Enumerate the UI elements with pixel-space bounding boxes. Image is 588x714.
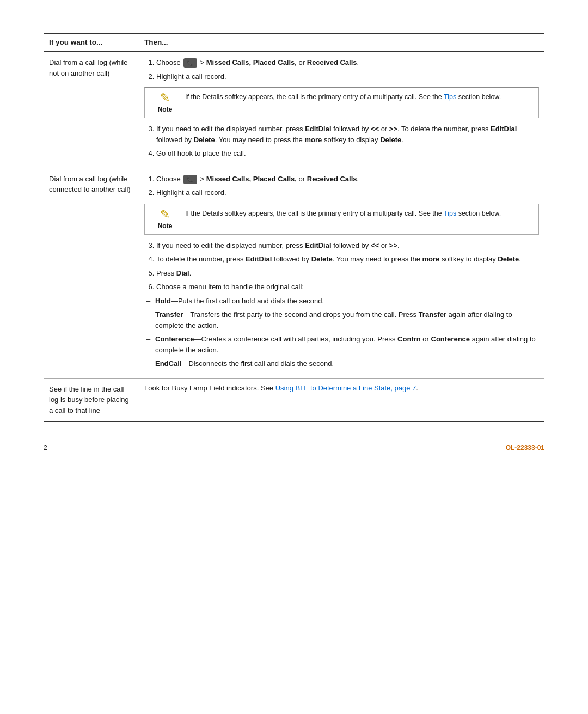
pencil-icon-2: ✎: [160, 209, 170, 221]
step-2-1: Choose 📞 > Missed Calls, Placed Calls, o…: [156, 174, 539, 185]
list-item: Hold—Puts the first call on hold and dia…: [144, 296, 539, 307]
list-item: Transfer—Transfers the first party to th…: [144, 309, 539, 331]
right-cell-row2: Choose 📞 > Missed Calls, Placed Calls, o…: [139, 168, 544, 378]
note-box-row2: ✎ Note If the Details softkey appears, t…: [144, 204, 539, 235]
step-2-3: If you need to edit the displayed number…: [156, 240, 539, 251]
right-cell-row1: Choose 📞 > Missed Calls, Placed Calls, o…: [139, 51, 544, 168]
row1-left-text: Dial from a call log (while not on anoth…: [49, 58, 128, 77]
row2-left-text: Dial from a call log (while connected to…: [49, 175, 131, 194]
left-cell-row1: Dial from a call log (while not on anoth…: [44, 51, 139, 168]
footer-page-number: 2: [44, 444, 47, 451]
note-label-2: Note: [158, 222, 173, 230]
blf-link[interactable]: Using BLF to Determine a Line State, pag…: [275, 384, 416, 392]
list-item: EndCall—Disconnects the first call and d…: [144, 358, 539, 369]
note-text-row1: If the Details softkey appears, the call…: [185, 92, 532, 102]
step-2-2: Highlight a call record.: [156, 187, 539, 198]
bullet-list: Hold—Puts the first call on hold and dia…: [144, 296, 539, 369]
table-row: Dial from a call log (while not on anoth…: [44, 51, 544, 168]
table-row: See if the line in the call log is busy …: [44, 378, 544, 422]
step-2-6: Choose a menu item to handle the origina…: [156, 282, 539, 292]
step-1-3: If you need to edit the displayed number…: [156, 124, 539, 145]
note-box-row1: ✎ Note If the Details softkey appears, t…: [144, 87, 539, 118]
main-table: If you want to... Then... Dial from a ca…: [44, 33, 544, 422]
left-cell-row3: See if the line in the call log is busy …: [44, 378, 139, 422]
phone-icon: 📞: [183, 58, 197, 68]
row3-left-text: See if the line in the call log is busy …: [49, 385, 129, 414]
note-icon-area-2: ✎ Note: [151, 209, 179, 230]
list-item: Conference—Creates a conference call wit…: [144, 334, 539, 355]
pencil-icon: ✎: [160, 92, 170, 104]
step-1-4: Go off hook to place the call.: [156, 148, 539, 159]
footer: 2 OL-22333-01: [44, 444, 544, 451]
table-row: Dial from a call log (while connected to…: [44, 168, 544, 378]
right-cell-row3: Look for Busy Lamp Field indicators. See…: [139, 378, 544, 422]
note-text-row2: If the Details softkey appears, the call…: [185, 209, 532, 219]
phone-icon-2: 📞: [183, 175, 197, 184]
row3-right-text-end: .: [416, 384, 418, 392]
left-cell-row2: Dial from a call log (while connected to…: [44, 168, 139, 378]
footer-doc-number: OL-22333-01: [506, 444, 544, 451]
note-icon-area: ✎ Note: [151, 92, 179, 113]
tips-link-row1[interactable]: Tips: [444, 93, 456, 101]
column-header-left: If you want to...: [44, 33, 139, 51]
step-1-2: Highlight a call record.: [156, 71, 539, 82]
row3-right-text: Look for Busy Lamp Field indicators. See: [144, 384, 275, 392]
column-header-right: Then...: [139, 33, 544, 51]
step-1-1: Choose 📞 > Missed Calls, Placed Calls, o…: [156, 57, 539, 68]
tips-link-row2[interactable]: Tips: [444, 210, 456, 217]
step-2-4: To delete the number, press EditDial fol…: [156, 254, 539, 265]
step-2-5: Press Dial.: [156, 268, 539, 279]
note-label: Note: [158, 106, 173, 113]
